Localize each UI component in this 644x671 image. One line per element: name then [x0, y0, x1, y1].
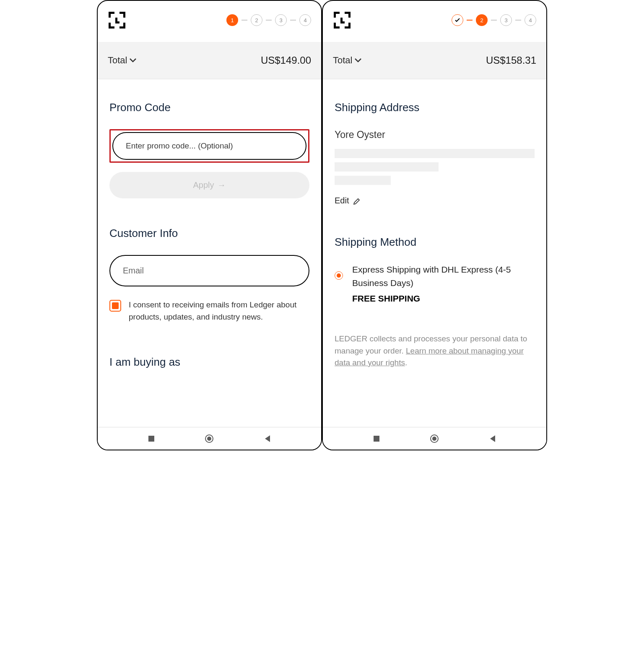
free-shipping-label: FREE SHIPPING	[352, 294, 535, 304]
home-icon[interactable]	[429, 434, 439, 444]
ledger-logo-icon	[107, 10, 127, 30]
svg-point-4	[207, 437, 211, 441]
buying-as-heading: I am buying as	[109, 356, 309, 369]
edit-address-button[interactable]: Edit	[335, 196, 535, 205]
android-nav-bar	[98, 427, 321, 450]
progress-stepper: 2 3 4	[452, 14, 536, 26]
promo-code-heading: Promo Code	[109, 101, 309, 114]
step-2: 2	[251, 14, 262, 26]
checkout-step1-screen: 1 2 3 4 Total US$149.00 Promo Code	[97, 0, 322, 450]
svg-rect-6	[340, 21, 345, 23]
step-1-done	[452, 14, 463, 26]
svg-rect-7	[374, 436, 379, 442]
back-icon[interactable]	[263, 434, 272, 443]
address-line-redacted	[335, 149, 535, 158]
shipping-address-heading: Shipping Address	[335, 101, 535, 114]
android-nav-bar	[323, 427, 546, 450]
address-line-redacted	[335, 162, 439, 172]
progress-stepper: 1 2 3 4	[226, 14, 311, 26]
total-label: Total	[333, 55, 352, 66]
step-2: 2	[476, 14, 488, 26]
promo-highlight-frame	[109, 129, 309, 163]
back-icon[interactable]	[488, 434, 497, 443]
total-summary-bar[interactable]: Total US$158.31	[323, 42, 546, 79]
step-1: 1	[226, 14, 238, 26]
home-icon[interactable]	[204, 434, 214, 444]
check-icon	[454, 17, 460, 23]
recent-apps-icon[interactable]	[373, 435, 380, 442]
shipping-method-heading: Shipping Method	[335, 236, 535, 249]
arrow-right-icon: →	[218, 180, 226, 190]
consent-checkbox[interactable]	[109, 300, 121, 312]
step-4: 4	[525, 14, 536, 26]
recent-apps-icon[interactable]	[148, 435, 155, 442]
consent-text: I consent to receiving emails from Ledge…	[129, 299, 309, 323]
shipping-name: Yore Oyster	[335, 129, 535, 140]
svg-rect-1	[115, 21, 119, 23]
promo-code-input[interactable]	[112, 132, 306, 160]
total-label: Total	[108, 55, 127, 66]
svg-rect-2	[148, 436, 154, 442]
privacy-notice: LEDGER collects and processes your perso…	[335, 333, 535, 369]
shipping-description: Express Shipping with DHL Express (4-5 B…	[352, 263, 535, 289]
app-header: 2 3 4	[323, 1, 546, 42]
total-summary-bar[interactable]: Total US$149.00	[98, 42, 321, 79]
pencil-icon	[353, 197, 361, 205]
step-4: 4	[299, 14, 311, 26]
shipping-option[interactable]: Express Shipping with DHL Express (4-5 B…	[335, 263, 535, 304]
email-input[interactable]	[109, 255, 309, 286]
checkout-step2-screen: 2 3 4 Total US$158.31 Shipping Address Y…	[322, 0, 547, 450]
step-3: 3	[275, 14, 287, 26]
address-line-redacted	[335, 176, 391, 185]
shipping-radio[interactable]	[335, 271, 343, 280]
total-amount: US$149.00	[261, 55, 311, 66]
total-amount: US$158.31	[486, 55, 536, 66]
step-3: 3	[500, 14, 512, 26]
chevron-down-icon	[130, 58, 136, 63]
customer-info-heading: Customer Info	[109, 227, 309, 240]
apply-promo-button[interactable]: Apply →	[109, 172, 309, 198]
ledger-logo-icon	[332, 10, 352, 30]
svg-point-9	[432, 437, 436, 441]
app-header: 1 2 3 4	[98, 1, 321, 42]
chevron-down-icon	[355, 58, 361, 63]
